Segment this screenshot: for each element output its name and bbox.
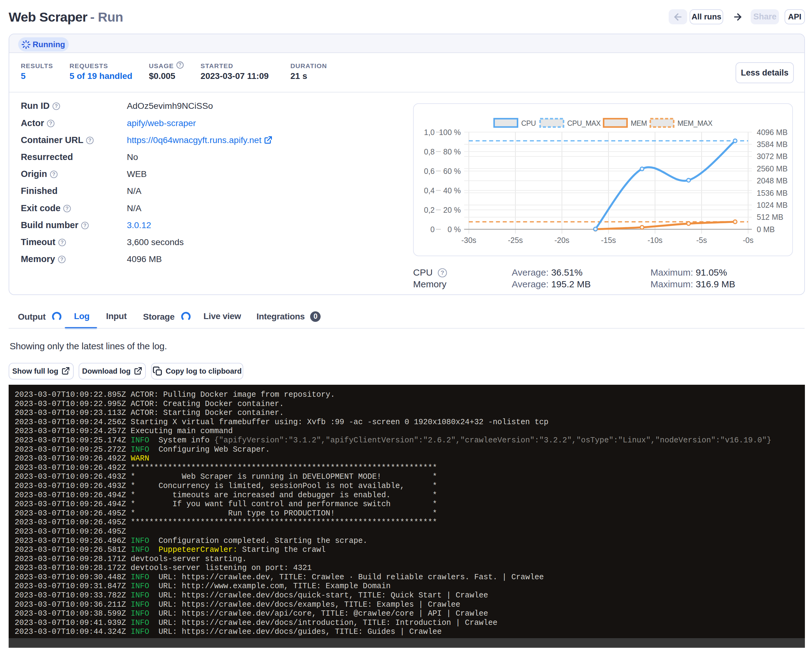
- svg-text:?: ?: [178, 62, 182, 67]
- svg-text:?: ?: [84, 223, 87, 228]
- svg-text:0,4: 0,4: [424, 186, 435, 195]
- svg-text:?: ?: [55, 103, 58, 109]
- svg-text:0 %: 0 %: [448, 225, 461, 234]
- svg-text:?: ?: [49, 120, 52, 126]
- svg-text:-5s: -5s: [696, 236, 707, 244]
- svg-text:?: ?: [441, 270, 444, 276]
- svg-text:-20s: -20s: [554, 236, 569, 244]
- svg-text:?: ?: [89, 137, 92, 143]
- svg-text:20 %: 20 %: [443, 206, 461, 214]
- svg-text:-15s: -15s: [601, 236, 616, 244]
- svg-text:?: ?: [60, 239, 64, 245]
- svg-text:?: ?: [66, 206, 69, 211]
- svg-text:1024 MB: 1024 MB: [757, 201, 788, 209]
- svg-text:0 MB: 0 MB: [757, 225, 775, 234]
- svg-text:-25s: -25s: [508, 236, 523, 244]
- svg-text:CPU: CPU: [521, 119, 536, 127]
- svg-text:3072 MB: 3072 MB: [757, 152, 788, 161]
- svg-text:40 %: 40 %: [443, 186, 461, 195]
- svg-text:CPU_MAX: CPU_MAX: [567, 119, 600, 127]
- svg-text:80 %: 80 %: [443, 147, 461, 156]
- svg-text:2048 MB: 2048 MB: [757, 176, 788, 185]
- svg-text:4096 MB: 4096 MB: [757, 128, 788, 137]
- svg-text:-10s: -10s: [647, 236, 662, 244]
- svg-text:-30s: -30s: [461, 236, 476, 244]
- svg-text:0,2: 0,2: [424, 206, 435, 214]
- svg-text:?: ?: [52, 171, 55, 177]
- svg-text:100 %: 100 %: [439, 128, 461, 137]
- svg-text:0,6: 0,6: [424, 167, 435, 175]
- svg-text:MEM_MAX: MEM_MAX: [677, 119, 713, 127]
- svg-text:MEM: MEM: [631, 119, 647, 127]
- svg-text:3584 MB: 3584 MB: [757, 140, 788, 149]
- svg-text:-0s: -0s: [743, 236, 753, 244]
- svg-text:?: ?: [60, 256, 63, 262]
- svg-text:2560 MB: 2560 MB: [757, 164, 788, 173]
- svg-text:1536 MB: 1536 MB: [757, 189, 788, 197]
- svg-text:0: 0: [430, 225, 435, 234]
- svg-text:0,8: 0,8: [424, 147, 435, 156]
- svg-text:1,0: 1,0: [424, 128, 435, 137]
- svg-text:60 %: 60 %: [443, 167, 461, 175]
- svg-text:512 MB: 512 MB: [757, 213, 783, 221]
